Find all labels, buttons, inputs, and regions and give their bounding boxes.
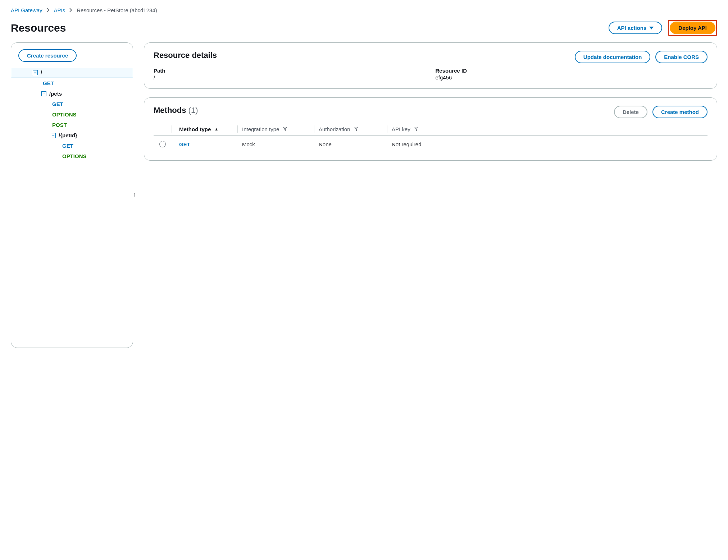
tree-method-petid-options[interactable]: OPTIONS: [11, 151, 133, 161]
tree-label: /: [41, 69, 42, 75]
column-authorization[interactable]: Authorization: [319, 126, 387, 132]
chevron-right-icon: [47, 8, 50, 13]
radio-button[interactable]: [159, 141, 166, 147]
resource-id-value: efg456: [436, 74, 708, 81]
path-value: /: [154, 74, 426, 81]
resource-tree: − / GET − /pets GET OPTIONS POST − /{pet…: [11, 67, 133, 161]
breadcrumb-root[interactable]: API Gateway: [11, 7, 42, 13]
resource-details-panel: Resource details Update documentation En…: [144, 42, 717, 89]
api-actions-button[interactable]: API actions: [609, 22, 663, 34]
page-title: Resources: [11, 22, 66, 34]
tree-node-root[interactable]: − /: [11, 67, 133, 78]
tree-label: /pets: [49, 91, 62, 97]
column-api-key[interactable]: API key: [392, 126, 707, 132]
chevron-right-icon: [69, 8, 72, 13]
methods-panel: Methods (1) Delete Create method Method …: [144, 97, 717, 161]
resource-id-label: Resource ID: [436, 68, 708, 74]
column-label: Method type: [179, 126, 211, 132]
column-label: API key: [392, 126, 410, 132]
create-resource-button[interactable]: Create resource: [18, 49, 77, 62]
methods-table: Method type ▲ Integration type Authoriza…: [154, 123, 707, 152]
breadcrumb-apis[interactable]: APIs: [54, 7, 65, 13]
breadcrumb-current: Resources - PetStore (abcd1234): [77, 7, 157, 13]
resource-tree-panel: Create resource − / GET − /pets GET OPTI…: [11, 42, 133, 348]
delete-method-button[interactable]: Delete: [614, 106, 647, 118]
table-row[interactable]: GET Mock None Not required: [154, 136, 707, 152]
column-method-type[interactable]: Method type ▲: [176, 126, 237, 132]
collapse-icon[interactable]: −: [41, 91, 46, 96]
resource-details-title: Resource details: [154, 51, 217, 60]
caret-down-icon: [649, 27, 654, 29]
methods-count: (1): [188, 106, 198, 115]
deploy-api-button[interactable]: Deploy API: [670, 22, 715, 34]
breadcrumb: API Gateway APIs Resources - PetStore (a…: [11, 7, 717, 13]
cell-api-key: Not required: [392, 141, 707, 147]
collapse-icon[interactable]: −: [33, 70, 38, 75]
method-link[interactable]: GET: [179, 141, 190, 147]
create-method-button[interactable]: Create method: [652, 106, 707, 118]
filter-icon: [414, 126, 419, 132]
cell-integration: Mock: [242, 141, 314, 147]
column-integration-type[interactable]: Integration type: [242, 126, 314, 132]
tree-node-petid[interactable]: − /{petId}: [11, 130, 133, 141]
methods-title: Methods (1): [154, 106, 198, 115]
column-label: Integration type: [242, 126, 279, 132]
cell-authorization: None: [319, 141, 387, 147]
deploy-highlight: Deploy API: [668, 20, 717, 36]
filter-icon: [283, 126, 287, 132]
tree-method-root-get[interactable]: GET: [11, 78, 133, 88]
tree-method-pets-get[interactable]: GET: [11, 99, 133, 109]
column-label: Authorization: [319, 126, 350, 132]
splitter-handle-icon[interactable]: ⸽: [133, 193, 136, 198]
api-actions-label: API actions: [617, 25, 647, 31]
tree-method-pets-post[interactable]: POST: [11, 120, 133, 130]
methods-title-text: Methods: [154, 106, 186, 115]
tree-label: /{petId}: [59, 132, 77, 138]
tree-node-pets[interactable]: − /pets: [11, 88, 133, 99]
path-label: Path: [154, 68, 426, 74]
tree-method-pets-options[interactable]: OPTIONS: [11, 109, 133, 120]
sort-asc-icon: ▲: [214, 127, 218, 131]
collapse-icon[interactable]: −: [51, 133, 56, 138]
filter-icon: [354, 126, 359, 132]
update-documentation-button[interactable]: Update documentation: [575, 51, 651, 63]
enable-cors-button[interactable]: Enable CORS: [655, 51, 707, 63]
tree-method-petid-get[interactable]: GET: [11, 141, 133, 151]
